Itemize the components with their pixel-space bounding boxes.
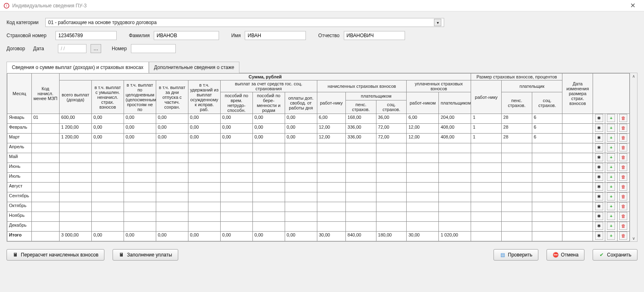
cell-acc_worker[interactable] [317,183,345,192]
cell-vacation[interactable] [156,212,188,222]
cell-maternity[interactable]: 0,00 [252,232,285,241]
cell-acc_worker[interactable] [317,163,345,173]
cell-paid_worker[interactable]: 12,00 [407,124,439,134]
table-row[interactable]: Июнь✱+🗑 [7,163,630,173]
cell-total[interactable] [60,163,92,173]
gear-icon[interactable]: ✱ [595,114,603,122]
number-input[interactable] [131,44,176,53]
cell-rate_soc[interactable] [532,192,562,202]
plus-icon[interactable]: + [607,183,615,191]
cell-vacation[interactable] [156,202,188,212]
cell-code[interactable] [31,212,59,222]
cell-maternity[interactable] [252,222,285,232]
cell-rate_pens[interactable] [502,143,532,153]
cell-code[interactable] [31,183,59,192]
cell-maternity[interactable]: 0,00 [252,124,285,134]
cell-maternity[interactable] [252,163,285,173]
cell-unacc[interactable] [91,222,124,232]
plus-icon[interactable]: + [607,173,615,181]
cell-unacc[interactable] [91,202,124,212]
gear-icon[interactable]: ✱ [595,173,603,181]
cell-acc_pens[interactable] [346,192,376,202]
cell-acc_soc[interactable] [376,143,407,153]
cell-paid_payer[interactable]: 1 020,00 [439,232,471,241]
cell-month[interactable]: Август [7,183,32,192]
check-button[interactable]: ▤ Проверить [494,249,538,261]
cell-rate_pens[interactable]: 28 [502,134,532,143]
cell-extra[interactable]: 0,00 [285,124,317,134]
cell-rate_soc[interactable] [532,183,562,192]
cell-rate_pens[interactable] [502,212,532,222]
cell-code[interactable] [31,232,59,241]
table-row[interactable]: Июль✱+🗑 [7,173,630,183]
cell-code[interactable]: 01 [31,114,59,124]
gear-icon[interactable]: ✱ [595,134,603,142]
cell-paid_payer[interactable] [439,192,471,202]
cell-extra[interactable] [285,192,317,202]
cell-rate_pens[interactable] [502,163,532,173]
cell-acc_pens[interactable] [346,183,376,192]
cell-rate_soc[interactable] [532,173,562,183]
cell-deducted[interactable]: 0,00 [188,114,220,124]
cell-extra[interactable] [285,183,317,192]
cell-rate_pens[interactable] [502,153,532,163]
cell-downtime[interactable] [124,222,156,232]
trash-icon[interactable]: 🗑 [619,192,627,201]
cell-total[interactable]: 1 200,00 [60,124,92,134]
cell-acc_worker[interactable]: 12,00 [317,124,345,134]
table-row[interactable]: Ноябрь✱+🗑 [7,212,630,222]
cell-code[interactable] [31,124,59,134]
cell-acc_worker[interactable] [317,153,345,163]
cell-sick[interactable] [220,202,252,212]
cell-unacc[interactable] [91,212,124,222]
cell-downtime[interactable]: 0,00 [124,232,156,241]
table-row[interactable]: Апрель✱+🗑 [7,143,630,153]
cell-acc_soc[interactable]: 36,00 [376,114,407,124]
cell-acc_pens[interactable] [346,143,376,153]
cell-vacation[interactable] [156,143,188,153]
cell-acc_pens[interactable]: 336,00 [346,124,376,134]
cell-unacc[interactable]: 0,00 [91,134,124,143]
cell-unacc[interactable] [91,153,124,163]
cell-extra[interactable] [285,202,317,212]
cell-vacation[interactable] [156,192,188,202]
cell-rate_worker[interactable] [471,143,502,153]
cell-maternity[interactable] [252,192,285,202]
cell-unacc[interactable] [91,143,124,153]
cell-acc_worker[interactable] [317,143,345,153]
cell-maternity[interactable] [252,143,285,153]
cell-rate_soc[interactable]: 6 [532,124,562,134]
cell-vacation[interactable] [156,222,188,232]
tab-payments[interactable]: Сведения о сумме выплат (доходах) и стра… [7,62,149,73]
cell-rate_worker[interactable] [471,173,502,183]
cell-acc_soc[interactable]: 72,00 [376,124,407,134]
cell-unacc[interactable]: 0,00 [91,124,124,134]
cell-acc_pens[interactable] [346,202,376,212]
cell-downtime[interactable]: 0,00 [124,114,156,124]
cell-date_ch[interactable] [562,114,593,124]
plus-icon[interactable]: + [607,153,615,161]
cell-extra[interactable] [285,173,317,183]
cell-rate_worker[interactable]: 1 [471,134,502,143]
cell-date_ch[interactable] [562,183,593,192]
cell-total[interactable] [60,173,92,183]
cell-date_ch[interactable] [562,163,593,173]
cell-acc_pens[interactable] [346,222,376,232]
cell-maternity[interactable]: 0,00 [252,114,285,124]
cell-sick[interactable] [220,143,252,153]
cell-deducted[interactable] [188,143,220,153]
cell-code[interactable] [31,153,59,163]
cell-date_ch[interactable] [562,134,593,143]
cell-sick[interactable] [220,222,252,232]
cell-rate_soc[interactable] [532,212,562,222]
cell-rate_worker[interactable] [471,183,502,192]
cell-downtime[interactable] [124,143,156,153]
cell-deducted[interactable] [188,153,220,163]
plus-icon[interactable]: + [607,222,615,230]
cell-month[interactable]: Февраль [7,124,32,134]
cell-deducted[interactable] [188,163,220,173]
cell-rate_soc[interactable] [532,143,562,153]
gear-icon[interactable]: ✱ [595,202,603,210]
cell-downtime[interactable]: 0,00 [124,134,156,143]
plus-icon[interactable]: + [607,202,615,210]
